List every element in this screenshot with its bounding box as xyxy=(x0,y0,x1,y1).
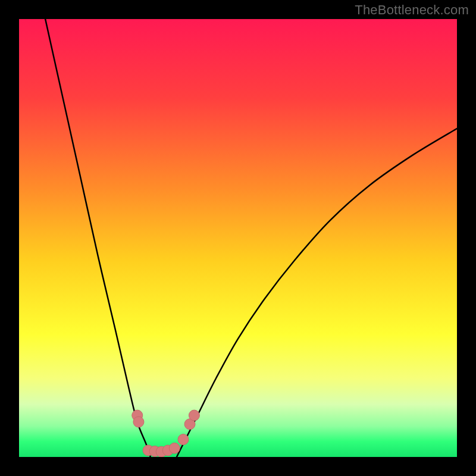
plot-area xyxy=(19,19,457,457)
data-marker xyxy=(178,434,189,445)
data-marker xyxy=(189,410,199,421)
data-marker xyxy=(133,416,144,427)
data-marker xyxy=(169,443,180,453)
curve-right-branch xyxy=(177,129,457,457)
curve-left-branch xyxy=(45,19,151,457)
watermark-label: TheBottleneck.com xyxy=(355,2,469,18)
chart-canvas: TheBottleneck.com xyxy=(0,0,476,476)
curve-layer xyxy=(19,19,457,457)
